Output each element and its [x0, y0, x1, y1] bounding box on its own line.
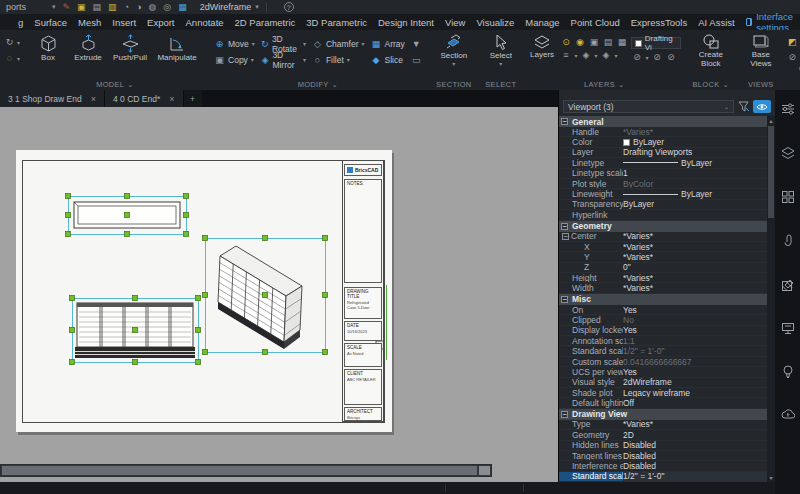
- property-value[interactable]: [623, 210, 768, 219]
- property-value[interactable]: Off: [623, 398, 768, 407]
- menu-item[interactable]: Mesh: [78, 17, 101, 28]
- layer-lock-icon[interactable]: ▤: [602, 37, 613, 47]
- property-value[interactable]: Legacy wireframe: [623, 388, 768, 397]
- property-row[interactable]: Tangent linesDisabled: [559, 451, 768, 461]
- property-value[interactable]: Disabled: [623, 461, 768, 470]
- star-tool-icon[interactable]: ▣: [77, 2, 86, 12]
- chevron-down-icon[interactable]: ▾: [347, 56, 350, 63]
- balloon-icon[interactable]: [782, 365, 794, 379]
- copy-button[interactable]: ▣Copy▾: [212, 53, 257, 66]
- property-row[interactable]: Shade plotLegacy wireframe: [559, 388, 768, 398]
- flatten-button[interactable]: ▭: [409, 53, 424, 66]
- section-header[interactable]: −General: [559, 116, 768, 127]
- property-row[interactable]: ColorByLayer: [559, 137, 768, 147]
- close-icon[interactable]: ×: [169, 94, 174, 104]
- chevron-down-icon[interactable]: ▾: [499, 62, 502, 67]
- property-value[interactable]: Yes: [623, 326, 768, 335]
- 3d-mirror-button[interactable]: ◈3D Mirror▾: [259, 53, 308, 66]
- property-value[interactable]: ByLayer: [623, 158, 768, 167]
- box-button[interactable]: Box: [28, 33, 68, 63]
- chevron-down-icon[interactable]: ▾: [594, 52, 597, 59]
- fillet-button[interactable]: ○Fillet▾: [310, 53, 367, 66]
- property-value[interactable]: Yes: [623, 367, 768, 376]
- attachments-icon[interactable]: [782, 234, 794, 248]
- menu-item[interactable]: ExpressTools: [631, 17, 688, 28]
- property-row[interactable]: Standard scale1/2" = 1'-0": [559, 472, 768, 482]
- menu-item[interactable]: View: [445, 17, 465, 28]
- property-row[interactable]: LinetypeByLayer: [559, 158, 768, 168]
- property-value[interactable]: Disabled: [623, 441, 768, 450]
- section-button[interactable]: Section ▾: [434, 33, 474, 67]
- property-row[interactable]: OnYes: [559, 305, 768, 315]
- chamfer-button[interactable]: ◇Chamfer▾: [310, 37, 367, 50]
- chevron-down-icon[interactable]: ▾: [361, 40, 364, 47]
- property-row[interactable]: X*Varies*: [559, 242, 768, 252]
- cloud-upload-icon[interactable]: [781, 409, 795, 420]
- chevron-down-icon[interactable]: ▾: [452, 62, 455, 67]
- sphere-icon[interactable]: ◍: [149, 2, 157, 12]
- scrollbar-thumb[interactable]: [2, 466, 477, 475]
- property-value[interactable]: 1/2" = 1'-0": [623, 346, 768, 355]
- property-value[interactable]: *Varies*: [623, 242, 768, 251]
- menu-item[interactable]: Annotate: [186, 17, 224, 28]
- property-row[interactable]: Type*Varies*: [559, 420, 768, 430]
- collapse-icon[interactable]: −: [561, 118, 568, 125]
- property-row[interactable]: Hyperlink: [559, 210, 768, 220]
- property-value[interactable]: ByColor: [623, 179, 768, 188]
- property-value[interactable]: 1: [623, 169, 768, 178]
- properties-sliders-icon[interactable]: [781, 102, 795, 116]
- users-icon[interactable]: ▤: [93, 2, 102, 12]
- help-icon[interactable]: ?: [284, 2, 294, 12]
- workspace-dropdown[interactable]: ports ▾: [6, 2, 56, 12]
- property-row[interactable]: UCS per viewporYes: [559, 367, 768, 377]
- property-value[interactable]: 0.0416666666667: [623, 357, 768, 366]
- control-ucs-icon[interactable]: ◩: [787, 37, 798, 47]
- menu-item[interactable]: Insert: [112, 17, 136, 28]
- base-views-button[interactable]: Base Views: [741, 33, 781, 68]
- property-row[interactable]: Handle*Varies*: [559, 127, 768, 137]
- menu-item[interactable]: Visualize: [476, 17, 514, 28]
- layers-button[interactable]: Layers: [528, 33, 557, 60]
- layer-walk-icon[interactable]: ≡: [560, 50, 571, 60]
- taper-button[interactable]: ▼: [409, 37, 424, 50]
- menu-item[interactable]: Manage: [525, 17, 559, 28]
- hatch-materials-icon[interactable]: [781, 278, 795, 292]
- menu-item[interactable]: AI Assist: [698, 17, 734, 28]
- property-row[interactable]: Custom scale0.0416666666667: [559, 357, 768, 367]
- selection-type-dropdown[interactable]: Viewport (3) ⌄: [563, 100, 734, 113]
- layer-on-icon[interactable]: ⊙: [560, 37, 571, 47]
- layer-freeze-icon[interactable]: ◉: [574, 37, 585, 47]
- property-value[interactable]: Yes: [623, 305, 768, 314]
- property-row[interactable]: Linetype scale1: [559, 169, 768, 179]
- layer-merge-icon[interactable]: ◈: [600, 50, 611, 60]
- properties-scrollbar[interactable]: ▴ ▾: [767, 116, 775, 482]
- render-mode-icon[interactable]: ◌: [4, 53, 15, 63]
- select-button[interactable]: Select ▾: [484, 33, 518, 67]
- knife-tool-icon[interactable]: ✎: [63, 2, 71, 12]
- property-row[interactable]: Annotation scale1:1: [559, 336, 768, 346]
- horizontal-scrollbar[interactable]: [0, 464, 492, 477]
- color-swatch[interactable]: [623, 139, 630, 146]
- 3d-rotate-button[interactable]: ↻3D Rotate▾: [259, 37, 308, 50]
- property-row[interactable]: TransparencyByLayer: [559, 200, 768, 210]
- chevron-down-icon[interactable]: ▾: [645, 54, 648, 61]
- menu-item[interactable]: Point Cloud: [571, 17, 620, 28]
- blocks-panel-icon[interactable]: [781, 190, 795, 204]
- chevron-down-icon[interactable]: ▾: [303, 40, 306, 47]
- scroll-up-icon[interactable]: ▴: [767, 116, 775, 125]
- section-header[interactable]: −Drawing View: [559, 409, 768, 420]
- property-row[interactable]: Geometry2D: [559, 430, 768, 440]
- collapse-icon[interactable]: −: [561, 411, 568, 418]
- property-value[interactable]: 2D: [623, 430, 768, 439]
- property-row[interactable]: Display lockedYes: [559, 326, 768, 336]
- chevron-down-icon[interactable]: ▾: [252, 40, 255, 47]
- property-value[interactable]: *Varies*: [623, 420, 768, 429]
- chevron-down-icon[interactable]: ▾: [303, 56, 306, 63]
- layer-prev-icon[interactable]: ⊘: [631, 52, 642, 62]
- chevron-down-icon[interactable]: ⌄: [618, 80, 625, 89]
- new-tab-button[interactable]: +: [184, 90, 202, 107]
- layer-thaw-icon[interactable]: ⊘: [665, 52, 676, 62]
- property-row[interactable]: Z0": [559, 263, 768, 273]
- document-tab[interactable]: 3 1 Shop Draw End ×: [0, 90, 105, 107]
- property-value[interactable]: Drafting Viewports: [623, 148, 768, 157]
